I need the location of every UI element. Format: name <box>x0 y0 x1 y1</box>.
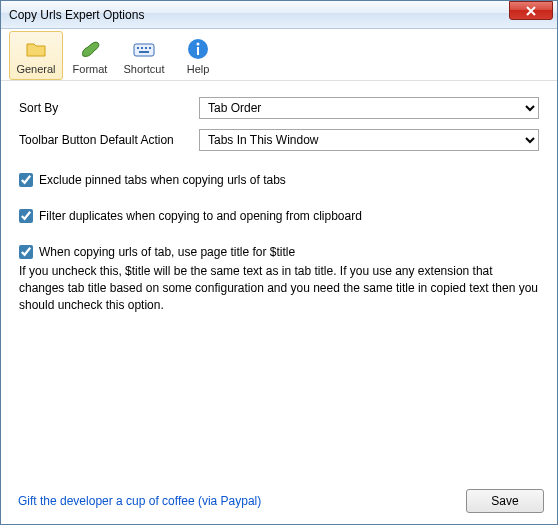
svg-rect-7 <box>197 47 199 55</box>
svg-rect-1 <box>137 47 139 49</box>
folder-icon <box>24 37 48 61</box>
toolbar-action-row: Toolbar Button Default Action Tabs In Th… <box>19 129 539 151</box>
close-button[interactable] <box>509 1 553 20</box>
tab-shortcut[interactable]: Shortcut <box>117 31 171 80</box>
tab-help[interactable]: Help <box>171 31 225 80</box>
svg-rect-3 <box>145 47 147 49</box>
sort-by-select[interactable]: Tab Order <box>199 97 539 119</box>
window-title: Copy Urls Expert Options <box>1 8 144 22</box>
keyboard-icon <box>132 37 156 61</box>
tab-label: General <box>16 63 55 75</box>
save-button[interactable]: Save <box>466 489 544 513</box>
sort-by-label: Sort By <box>19 101 199 115</box>
exclude-pinned-label: Exclude pinned tabs when copying urls of… <box>39 173 286 187</box>
tab-general[interactable]: General <box>9 31 63 80</box>
use-title-checkbox[interactable] <box>19 245 33 259</box>
tab-format[interactable]: Format <box>63 31 117 80</box>
toolbar: General Format Shortcut Help <box>1 29 557 81</box>
use-title-help: If you uncheck this, $title will be the … <box>19 263 539 313</box>
tab-label: Help <box>187 63 210 75</box>
gift-link[interactable]: Gift the developer a cup of coffee (via … <box>18 494 261 508</box>
footer: Gift the developer a cup of coffee (via … <box>0 479 558 525</box>
svg-rect-4 <box>149 47 151 49</box>
exclude-pinned-row: Exclude pinned tabs when copying urls of… <box>19 173 539 187</box>
use-title-row: When copying urls of tab, use page title… <box>19 245 539 259</box>
paint-icon <box>78 37 102 61</box>
info-icon <box>186 37 210 61</box>
svg-rect-0 <box>134 44 154 56</box>
tab-label: Shortcut <box>124 63 165 75</box>
svg-point-8 <box>197 42 200 45</box>
content-panel: Sort By Tab Order Toolbar Button Default… <box>1 81 557 313</box>
svg-rect-2 <box>141 47 143 49</box>
svg-rect-5 <box>139 51 149 53</box>
sort-by-row: Sort By Tab Order <box>19 97 539 119</box>
toolbar-action-label: Toolbar Button Default Action <box>19 133 199 147</box>
titlebar: Copy Urls Expert Options <box>1 1 557 29</box>
toolbar-action-select[interactable]: Tabs In This Window <box>199 129 539 151</box>
exclude-pinned-checkbox[interactable] <box>19 173 33 187</box>
tab-label: Format <box>73 63 108 75</box>
filter-dup-checkbox[interactable] <box>19 209 33 223</box>
filter-dup-label: Filter duplicates when copying to and op… <box>39 209 362 223</box>
use-title-label: When copying urls of tab, use page title… <box>39 245 295 259</box>
filter-dup-row: Filter duplicates when copying to and op… <box>19 209 539 223</box>
close-icon <box>526 6 536 16</box>
